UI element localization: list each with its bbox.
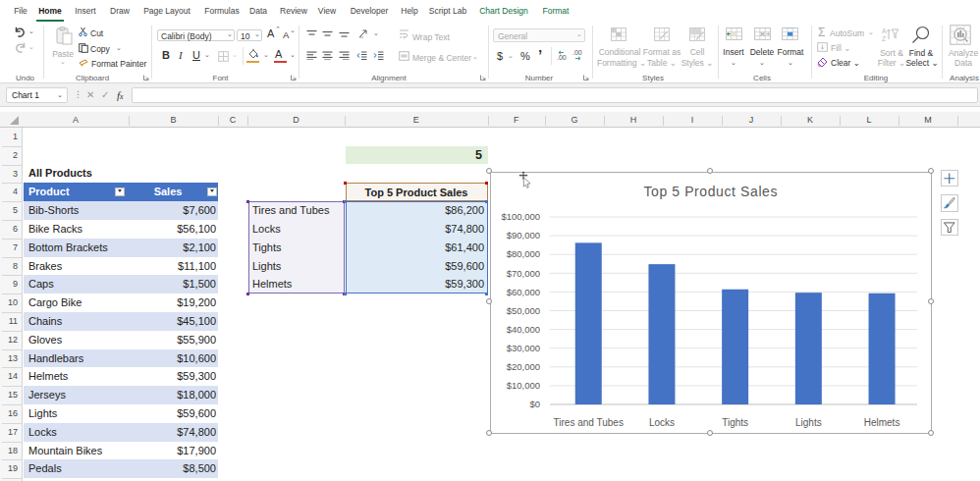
svg-text:$90,000: $90,000 [507, 230, 540, 240]
svg-text:$20,000: $20,000 [507, 361, 540, 372]
svg-text:Lights: Lights [795, 417, 822, 428]
svg-text:.00: .00 [557, 54, 567, 61]
svg-text:$60,000: $60,000 [507, 286, 540, 296]
svg-text:$30,000: $30,000 [507, 342, 540, 352]
svg-text:$40,000: $40,000 [507, 323, 540, 334]
svg-text:$100,000: $100,000 [501, 211, 540, 222]
svg-text:$50,000: $50,000 [507, 304, 540, 315]
svg-text:A: A [882, 27, 887, 34]
svg-text:Tires and Tubes: Tires and Tubes [554, 417, 624, 428]
svg-text:Z: Z [882, 35, 887, 42]
svg-text:Locks: Locks [649, 417, 675, 428]
svg-text:$0: $0 [529, 399, 540, 409]
svg-text:Tights: Tights [722, 417, 748, 428]
svg-text:.00: .00 [572, 50, 582, 56]
svg-text:$70,000: $70,000 [507, 267, 540, 278]
svg-text:Helmets: Helmets [864, 417, 900, 428]
svg-text:$10,000: $10,000 [507, 380, 540, 391]
svg-text:$80,000: $80,000 [507, 248, 540, 259]
